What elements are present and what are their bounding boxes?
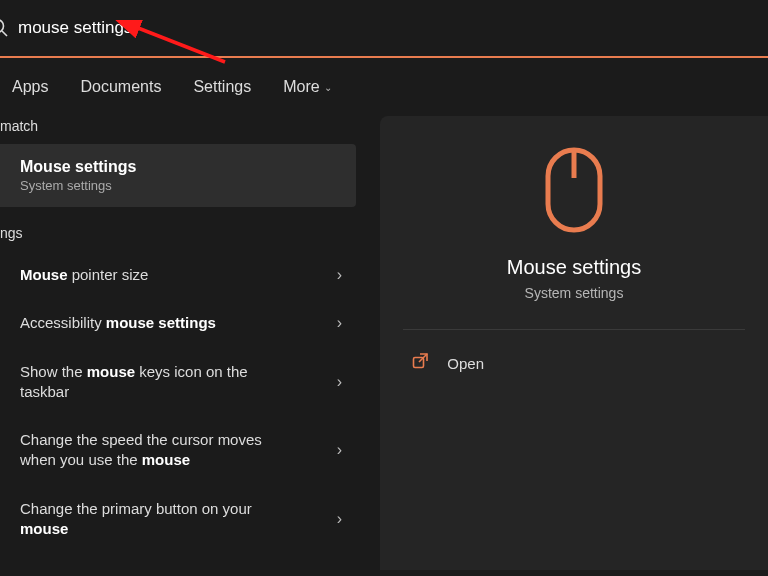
preview-panel: Mouse settings System settings Open (380, 116, 768, 570)
settings-result[interactable]: Change the speed the cursor moves when y… (0, 416, 356, 485)
chevron-right-icon: › (337, 441, 342, 459)
search-input[interactable] (18, 18, 278, 38)
mouse-icon (544, 146, 604, 234)
result-label: Accessibility mouse settings (20, 313, 216, 333)
settings-result[interactable]: Change the primary button on your mouse› (0, 485, 356, 554)
result-label: Change the primary button on your mouse (20, 499, 300, 540)
preview-subtitle: System settings (525, 285, 624, 301)
chevron-right-icon: › (337, 314, 342, 332)
search-area (0, 17, 278, 39)
best-match-subtitle: System settings (20, 178, 338, 193)
svg-point-0 (0, 20, 4, 33)
chevron-right-icon: › (337, 373, 342, 391)
tab-apps[interactable]: Apps (12, 78, 48, 96)
settings-result[interactable]: Show the mouse keys icon on the taskbar› (0, 348, 356, 417)
search-icon (0, 17, 10, 39)
chevron-down-icon: ⌄ (324, 82, 332, 93)
tab-documents[interactable]: Documents (80, 78, 161, 96)
result-label: Change the speed the cursor moves when y… (20, 430, 300, 471)
best-match-item[interactable]: Mouse settings System settings (0, 144, 356, 207)
chevron-right-icon: › (337, 510, 342, 528)
preview-title: Mouse settings (507, 256, 642, 279)
filter-tabs: Apps Documents Settings More⌄ (0, 58, 768, 112)
open-label: Open (447, 355, 484, 372)
best-match-title: Mouse settings (20, 158, 338, 176)
tab-settings[interactable]: Settings (193, 78, 251, 96)
result-label: Mouse pointer size (20, 265, 148, 285)
tab-more[interactable]: More⌄ (283, 78, 331, 96)
open-external-icon (411, 352, 429, 374)
settings-header: ngs (0, 207, 356, 251)
results-panel: match Mouse settings System settings ngs… (0, 112, 356, 570)
result-label: Show the mouse keys icon on the taskbar (20, 362, 300, 403)
svg-line-1 (2, 31, 7, 36)
chevron-right-icon: › (337, 266, 342, 284)
open-action[interactable]: Open (403, 330, 744, 396)
best-match-header: match (0, 112, 356, 144)
settings-result[interactable]: Mouse pointer size› (0, 251, 356, 299)
settings-result[interactable]: Accessibility mouse settings› (0, 299, 356, 347)
search-bar[interactable] (0, 0, 768, 58)
